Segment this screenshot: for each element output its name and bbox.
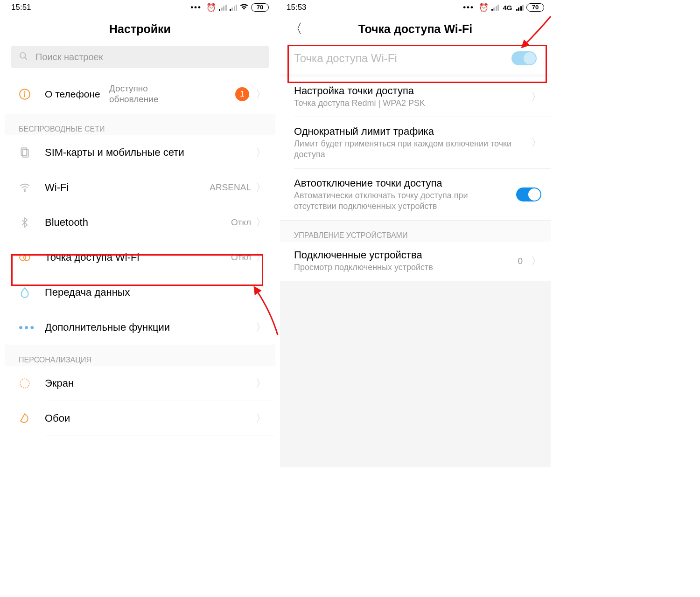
sim-label: SIM-карты и мобильные сети xyxy=(45,146,256,159)
hotspot-toggle-row[interactable]: Точка доступа Wi-Fi xyxy=(280,43,551,74)
about-sub: Доступнообновление xyxy=(109,83,235,105)
display-row[interactable]: Экран 〉 xyxy=(5,366,275,401)
section-devices: УПРАВЛЕНИЕ УСТРОЙСТВАМИ xyxy=(280,220,551,242)
sim-row[interactable]: SIM-карты и мобильные сети 〉 xyxy=(5,135,275,170)
about-phone-row[interactable]: О телефоне Доступнообновление 1 〉 xyxy=(5,75,275,114)
connected-value: 0 xyxy=(518,256,523,266)
hotspot-label: Точка доступа Wi-Fi xyxy=(45,251,231,264)
page-title: Настройки xyxy=(109,22,171,36)
more-label: Дополнительные функции xyxy=(45,321,256,333)
drop-icon xyxy=(19,286,45,298)
status-icons: ••• ⏰ 4G 70 xyxy=(463,3,544,13)
signal-icon xyxy=(230,4,238,11)
alarm-icon: ⏰ xyxy=(206,3,216,13)
status-time: 15:51 xyxy=(11,3,31,12)
section-wireless: БЕСПРОВОДНЫЕ СЕТИ xyxy=(5,114,275,135)
status-time: 15:53 xyxy=(287,3,307,12)
info-icon xyxy=(19,88,45,100)
wallpaper-label: Обои xyxy=(45,412,256,424)
update-badge: 1 xyxy=(235,87,249,101)
connected-sub: Просмотр подключенных устройств xyxy=(294,262,518,273)
hotspot-toggle[interactable] xyxy=(511,51,537,65)
chevron-right-icon: 〉 xyxy=(256,87,266,101)
title-bar: 〈 Точка доступа Wi-Fi xyxy=(280,15,551,43)
chevron-right-icon: 〉 xyxy=(256,376,266,390)
setup-sub: Точка доступа Redmi | WPA2 PSK xyxy=(294,98,527,109)
wifi-value: ARSENAL xyxy=(210,182,251,193)
chevron-right-icon: 〉 xyxy=(256,411,266,425)
search-icon xyxy=(19,51,28,63)
chevron-right-icon: 〉 xyxy=(531,136,541,150)
traffic-limit-row[interactable]: Однократный лимит трафика Лимит будет пр… xyxy=(280,117,551,168)
chevron-right-icon: 〉 xyxy=(256,180,266,194)
chevron-right-icon: 〉 xyxy=(531,254,541,268)
svg-point-7 xyxy=(24,191,25,192)
chevron-right-icon: 〉 xyxy=(256,320,266,334)
autooff-toggle[interactable] xyxy=(516,187,541,201)
bluetooth-value: Откл xyxy=(231,217,251,228)
about-label: О телефоне xyxy=(45,88,101,100)
network-label: 4G xyxy=(503,4,512,12)
wifi-icon xyxy=(19,181,45,194)
signal-icon xyxy=(516,4,524,11)
wifi-row[interactable]: Wi-Fi ARSENAL 〉 xyxy=(5,170,275,205)
autooff-label: Автоотключение точки доступа xyxy=(294,177,511,189)
display-label: Экран xyxy=(45,377,256,389)
bluetooth-row[interactable]: Bluetooth Откл 〉 xyxy=(5,205,275,240)
section-personalization: ПЕРСОНАЛИЗАЦИЯ xyxy=(5,345,275,366)
wallpaper-row[interactable]: Обои 〉 xyxy=(5,401,275,436)
chevron-right-icon: 〉 xyxy=(531,90,541,104)
data-label: Передача данных xyxy=(45,286,256,298)
search-placeholder: Поиск настроек xyxy=(35,52,103,62)
more-icon: ••• xyxy=(463,3,474,12)
hotspot-screen: 15:53 ••• ⏰ 4G 70 〈 Точка доступа Wi-Fi … xyxy=(280,0,551,597)
limit-sub: Лимит будет применяться при каждом включ… xyxy=(294,139,527,160)
connected-devices-row[interactable]: Подключенные устройства Просмотр подключ… xyxy=(280,242,551,281)
svg-point-0 xyxy=(20,52,26,58)
search-input[interactable]: Поиск настроек xyxy=(11,46,269,68)
title-bar: Настройки xyxy=(5,15,275,43)
hotspot-toggle-label: Точка доступа Wi-Fi xyxy=(294,52,511,65)
signal-icon xyxy=(219,4,227,11)
more-icon: ••• xyxy=(190,3,202,12)
hotspot-icon xyxy=(19,251,45,264)
autooff-sub: Автоматически отключать точку доступа пр… xyxy=(294,190,511,212)
settings-screen: 15:51 ••• ⏰ 70 Настройки Поиск настроек … xyxy=(5,0,275,597)
chevron-right-icon: 〉 xyxy=(256,146,266,160)
chevron-right-icon: 〉 xyxy=(256,250,266,264)
setup-label: Настройка точки доступа xyxy=(294,85,527,97)
wallpaper-icon xyxy=(19,412,45,424)
display-icon xyxy=(19,377,45,389)
chevron-right-icon: 〉 xyxy=(256,215,266,229)
battery-icon: 70 xyxy=(251,3,269,12)
wifi-label: Wi-Fi xyxy=(45,181,210,194)
alarm-icon: ⏰ xyxy=(479,3,489,13)
svg-line-1 xyxy=(25,57,27,59)
svg-point-9 xyxy=(24,255,30,261)
status-bar: 15:53 ••• ⏰ 4G 70 xyxy=(280,0,551,15)
autooff-row[interactable]: Автоотключение точки доступа Автоматичес… xyxy=(280,169,551,220)
hotspot-setup-row[interactable]: Настройка точки доступа Точка доступа Re… xyxy=(280,77,551,117)
limit-label: Однократный лимит трафика xyxy=(294,125,527,138)
hotspot-row[interactable]: Точка доступа Wi-Fi Откл 〉 xyxy=(5,240,275,275)
hotspot-value: Откл xyxy=(231,252,251,263)
status-bar: 15:51 ••• ⏰ 70 xyxy=(5,0,275,15)
svg-point-10 xyxy=(20,379,29,388)
more-icon: ••• xyxy=(19,320,45,335)
sim-icon xyxy=(19,146,45,159)
back-button[interactable]: 〈 xyxy=(289,22,302,35)
status-icons: ••• ⏰ 70 xyxy=(190,3,269,13)
signal-icon xyxy=(491,4,499,11)
connected-label: Подключенные устройства xyxy=(294,249,518,261)
page-title: Точка доступа Wi-Fi xyxy=(358,22,473,36)
chevron-right-icon: 〉 xyxy=(256,285,266,299)
battery-icon: 70 xyxy=(526,3,544,12)
data-row[interactable]: Передача данных 〉 xyxy=(5,275,275,310)
more-row[interactable]: ••• Дополнительные функции 〉 xyxy=(5,310,275,345)
bluetooth-icon xyxy=(19,216,45,229)
bluetooth-label: Bluetooth xyxy=(45,216,231,229)
wifi-icon xyxy=(240,3,248,12)
